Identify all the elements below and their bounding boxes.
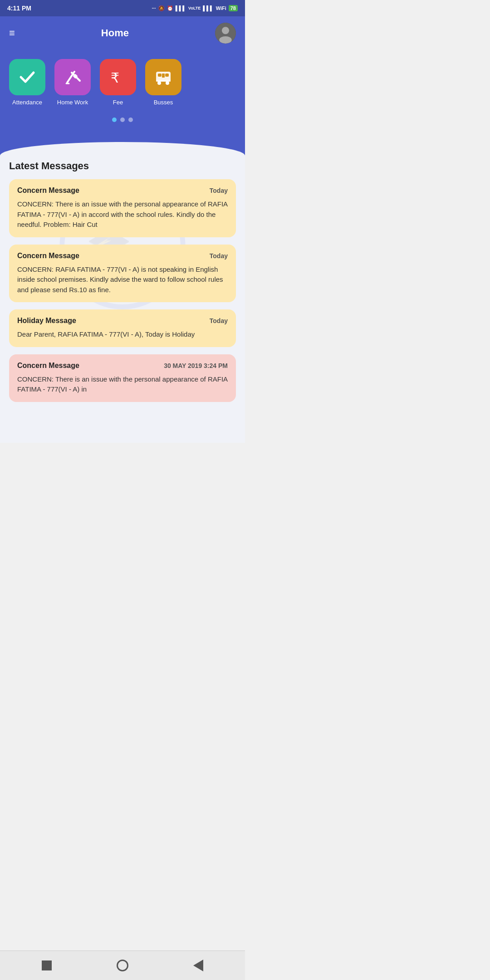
svg-point-15 xyxy=(157,81,161,85)
app-item-fee[interactable]: ₹ Fee xyxy=(100,59,136,106)
status-time: 4:11 PM xyxy=(7,5,31,12)
svg-line-6 xyxy=(72,73,80,81)
fee-icon: ₹ xyxy=(100,59,136,95)
fee-label: Fee xyxy=(113,99,123,106)
message-card-1[interactable]: Concern Message Today CONCERN: There is … xyxy=(9,179,236,237)
app-item-busses[interactable]: Busses xyxy=(145,59,181,106)
svg-point-1 xyxy=(222,27,229,34)
message-card-4[interactable]: Concern Message 30 MAY 2019 3:24 PM CONC… xyxy=(9,354,236,402)
message-card-4-title: Concern Message xyxy=(17,362,79,370)
battery-icon: 78 xyxy=(229,5,238,11)
busses-label: Busses xyxy=(154,99,173,106)
busses-icon xyxy=(145,59,181,95)
mute-icon: 🔕 xyxy=(158,5,165,11)
messages-section: 🎓 Latest Messages Concern Message Today … xyxy=(0,156,245,443)
app-grid: Attendance Home Work ₹ xyxy=(9,54,236,115)
volte-icon: VoLTE xyxy=(188,6,201,10)
pagination-dot-2 xyxy=(120,118,125,122)
menu-icon[interactable]: ≡ xyxy=(9,27,15,39)
message-card-3[interactable]: Holiday Message Today Dear Parent, RAFIA… xyxy=(9,309,236,347)
pagination-dot-1 xyxy=(112,118,117,122)
message-card-4-header: Concern Message 30 MAY 2019 3:24 PM xyxy=(17,362,228,370)
message-card-4-body: CONCERN: There is an issue with the pers… xyxy=(17,374,228,395)
message-card-2-body: CONCERN: RAFIA FATIMA - 777(VI - A) is n… xyxy=(17,265,228,295)
message-card-4-date: 30 MAY 2019 3:24 PM xyxy=(164,362,228,369)
svg-point-16 xyxy=(166,81,169,85)
section-title: Latest Messages xyxy=(9,160,236,172)
svg-rect-13 xyxy=(162,74,165,78)
signal-bars-icon: ▌▌▌ xyxy=(176,5,186,11)
user-avatar[interactable] xyxy=(215,23,236,44)
svg-point-2 xyxy=(219,36,232,44)
status-icons: ··· 🔕 ⏰ ▌▌▌ VoLTE ▌▌▌ WiFi 78 xyxy=(152,5,238,11)
svg-rect-12 xyxy=(165,74,169,77)
homework-icon xyxy=(54,59,91,95)
signal-bars2-icon: ▌▌▌ xyxy=(203,5,213,11)
message-card-1-body: CONCERN: There is an issue with the pers… xyxy=(17,199,228,230)
status-bar: 4:11 PM ··· 🔕 ⏰ ▌▌▌ VoLTE ▌▌▌ WiFi 78 xyxy=(0,0,245,16)
message-card-2-title: Concern Message xyxy=(17,252,79,260)
message-card-2-header: Concern Message Today xyxy=(17,252,228,260)
pagination-dot-3 xyxy=(128,118,133,122)
homework-label: Home Work xyxy=(57,99,88,106)
message-card-1-header: Concern Message Today xyxy=(17,186,228,195)
message-card-1-date: Today xyxy=(210,187,228,194)
signal-dots-icon: ··· xyxy=(152,5,156,11)
app-item-homework[interactable]: Home Work xyxy=(54,59,91,106)
message-card-3-body: Dear Parent, RAFIA FATIMA - 777(VI - A),… xyxy=(17,329,228,340)
attendance-label: Attendance xyxy=(12,99,42,106)
page-title: Home xyxy=(101,27,129,39)
wifi-icon: WiFi xyxy=(216,5,226,11)
message-card-3-header: Holiday Message Today xyxy=(17,317,228,325)
alarm-icon: ⏰ xyxy=(167,5,173,11)
wave-divider xyxy=(0,142,245,156)
message-card-3-date: Today xyxy=(210,317,228,324)
app-item-attendance[interactable]: Attendance xyxy=(9,59,45,106)
attendance-icon xyxy=(9,59,45,95)
message-card-2[interactable]: Concern Message Today CONCERN: RAFIA FAT… xyxy=(9,245,236,303)
message-card-3-title: Holiday Message xyxy=(17,317,76,325)
svg-rect-11 xyxy=(158,74,162,77)
message-card-1-title: Concern Message xyxy=(17,186,79,195)
pagination-dots xyxy=(9,115,236,129)
svg-text:₹: ₹ xyxy=(111,70,119,85)
app-header: ≡ Home xyxy=(0,16,245,50)
message-card-2-date: Today xyxy=(210,252,228,260)
app-grid-section: Attendance Home Work ₹ xyxy=(0,50,245,143)
svg-rect-14 xyxy=(156,80,171,82)
